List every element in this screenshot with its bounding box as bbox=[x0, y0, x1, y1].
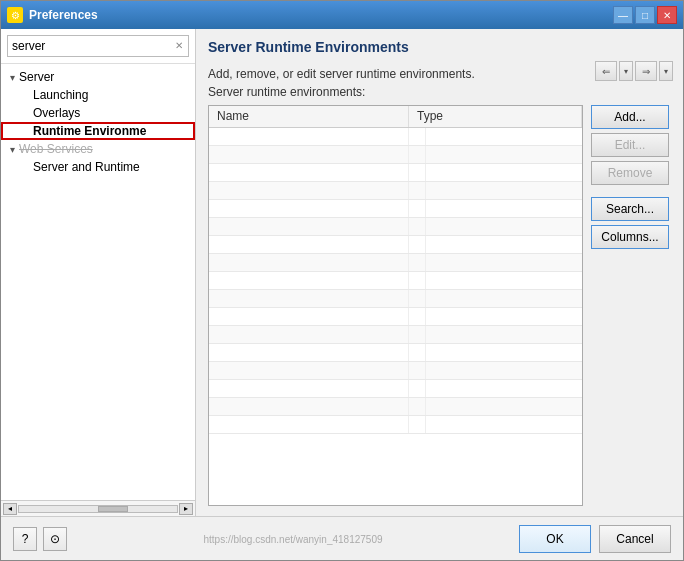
tree-label-server-and-runtime: Server and Runtime bbox=[33, 160, 140, 174]
cancel-button-label: Cancel bbox=[616, 532, 653, 546]
column-header-name: Name bbox=[209, 106, 409, 127]
footer-bar: ? ⊙ https://blog.csdn.net/wanyin_4181275… bbox=[1, 516, 683, 560]
help-icon: ? bbox=[22, 532, 29, 546]
tree-toggle-server: ▾ bbox=[5, 70, 19, 84]
tree-label-server: Server bbox=[19, 70, 54, 84]
table-row bbox=[209, 380, 582, 398]
remove-button[interactable]: Remove bbox=[591, 161, 669, 185]
tree-item-runtime-environments[interactable]: Runtime Environme bbox=[1, 122, 195, 140]
search-box-container: ✕ bbox=[1, 29, 195, 64]
nav-buttons: ⇐ ▾ ⇒ ▾ bbox=[595, 61, 673, 81]
preferences-window: ⚙ Preferences — □ ✕ ✕ ▾ Server bbox=[0, 0, 684, 561]
table-row bbox=[209, 164, 582, 182]
tree-label-runtime-environments: Runtime Environme bbox=[33, 124, 146, 138]
table-row bbox=[209, 254, 582, 272]
window-title: Preferences bbox=[29, 8, 98, 22]
tree-toggle-empty bbox=[19, 88, 33, 102]
info-button[interactable]: ⊙ bbox=[43, 527, 67, 551]
ok-button[interactable]: OK bbox=[519, 525, 591, 553]
window-icon: ⚙ bbox=[7, 7, 23, 23]
columns-button[interactable]: Columns... bbox=[591, 225, 669, 249]
title-buttons: — □ ✕ bbox=[613, 6, 677, 24]
table-row bbox=[209, 272, 582, 290]
tree-label-launching: Launching bbox=[33, 88, 88, 102]
scroll-thumb bbox=[98, 506, 128, 512]
footer-left: ? ⊙ bbox=[13, 527, 67, 551]
table-row bbox=[209, 182, 582, 200]
info-icon: ⊙ bbox=[50, 532, 60, 546]
remove-button-label: Remove bbox=[608, 166, 653, 180]
tree-toggle-web-services: ▾ bbox=[5, 142, 19, 156]
side-buttons: Add... Edit... Remove Search... Columns.… bbox=[591, 105, 671, 506]
edit-button-label: Edit... bbox=[615, 138, 646, 152]
back-button[interactable]: ⇐ bbox=[595, 61, 617, 81]
title-bar-left: ⚙ Preferences bbox=[7, 7, 98, 23]
scroll-left-button[interactable]: ◂ bbox=[3, 503, 17, 515]
search-box-wrapper: ✕ bbox=[7, 35, 189, 57]
forward-dropdown-button[interactable]: ▾ bbox=[659, 61, 673, 81]
tree-toggle-empty bbox=[19, 124, 33, 138]
table-row bbox=[209, 236, 582, 254]
search-button-label: Search... bbox=[606, 202, 654, 216]
main-content: ✕ ▾ Server Launching bbox=[1, 29, 683, 516]
title-bar: ⚙ Preferences — □ ✕ bbox=[1, 1, 683, 29]
help-button[interactable]: ? bbox=[13, 527, 37, 551]
footer-right: OK Cancel bbox=[519, 525, 671, 553]
runtime-environments-table: Name Type bbox=[208, 105, 583, 506]
tree-label-overlays: Overlays bbox=[33, 106, 80, 120]
edit-button[interactable]: Edit... bbox=[591, 133, 669, 157]
tree-item-server[interactable]: ▾ Server bbox=[1, 68, 195, 86]
column-header-type: Type bbox=[409, 106, 582, 127]
table-row bbox=[209, 290, 582, 308]
right-panel: ⇐ ▾ ⇒ ▾ Server Runtime Environments Add,… bbox=[196, 29, 683, 516]
bottom-scrollbar[interactable]: ◂ ▸ bbox=[1, 500, 195, 516]
panel-title: Server Runtime Environments bbox=[208, 39, 409, 55]
table-row bbox=[209, 416, 582, 434]
back-dropdown-button[interactable]: ▾ bbox=[619, 61, 633, 81]
search-input[interactable] bbox=[7, 35, 189, 57]
watermark: https://blog.csdn.net/wanyin_418127509 bbox=[203, 534, 382, 547]
ok-button-label: OK bbox=[546, 532, 563, 546]
maximize-button[interactable]: □ bbox=[635, 6, 655, 24]
add-button-label: Add... bbox=[614, 110, 645, 124]
tree-label-web-services: Web Services bbox=[19, 142, 93, 156]
scroll-track[interactable] bbox=[18, 505, 178, 513]
tree-item-overlays[interactable]: Overlays bbox=[1, 104, 195, 122]
columns-button-label: Columns... bbox=[601, 230, 658, 244]
search-clear-icon[interactable]: ✕ bbox=[172, 38, 186, 52]
table-row bbox=[209, 200, 582, 218]
table-row bbox=[209, 398, 582, 416]
minimize-button[interactable]: — bbox=[613, 6, 633, 24]
cancel-button[interactable]: Cancel bbox=[599, 525, 671, 553]
table-body bbox=[209, 128, 582, 434]
table-and-buttons: Name Type bbox=[208, 105, 671, 506]
left-panel: ✕ ▾ Server Launching bbox=[1, 29, 196, 516]
scroll-right-button[interactable]: ▸ bbox=[179, 503, 193, 515]
table-row bbox=[209, 326, 582, 344]
tree-toggle-empty bbox=[19, 106, 33, 120]
close-button[interactable]: ✕ bbox=[657, 6, 677, 24]
add-button[interactable]: Add... bbox=[591, 105, 669, 129]
forward-button[interactable]: ⇒ bbox=[635, 61, 657, 81]
table-row bbox=[209, 128, 582, 146]
table-row bbox=[209, 362, 582, 380]
tree-item-launching[interactable]: Launching bbox=[1, 86, 195, 104]
table-row bbox=[209, 344, 582, 362]
table-row bbox=[209, 218, 582, 236]
tree-toggle-empty bbox=[19, 160, 33, 174]
panel-header: Server Runtime Environments bbox=[208, 39, 671, 61]
search-button[interactable]: Search... bbox=[591, 197, 669, 221]
tree-area: ▾ Server Launching Overlays bbox=[1, 64, 195, 500]
tree-item-web-services[interactable]: ▾ Web Services bbox=[1, 140, 195, 158]
table-row bbox=[209, 146, 582, 164]
table-row bbox=[209, 308, 582, 326]
tree-item-server-and-runtime[interactable]: Server and Runtime bbox=[1, 158, 195, 176]
panel-subtitle: Server runtime environments: bbox=[208, 85, 671, 99]
table-header: Name Type bbox=[209, 106, 582, 128]
